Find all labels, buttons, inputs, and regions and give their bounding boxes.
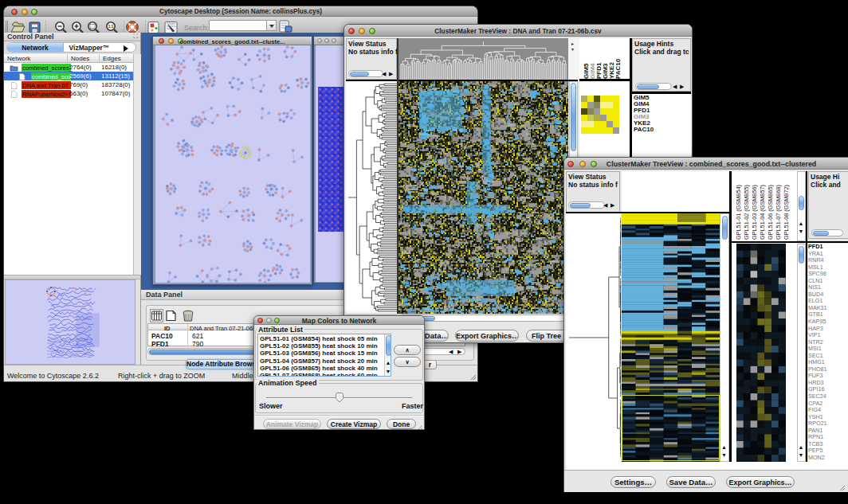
svg-text:GPL51-08 (GSM872): GPL51-08 (GSM872) [783,185,790,240]
svg-text:PAC10: PAC10 [614,58,622,79]
svg-text:Search:: Search: [184,24,209,32]
svg-text:1:1: 1:1 [108,25,114,29]
svg-text:GPL51-01 (GSM854): GPL51-01 (GSM854) [735,185,742,240]
svg-text:GPL51-03 (GSM856): GPL51-03 (GSM856) [751,185,758,240]
svg-text:GPL51-02 (GSM855): GPL51-02 (GSM855) [743,185,750,240]
svg-text:GPL51-07 (GSM868): GPL51-07 (GSM868) [775,185,782,240]
svg-text:GPL51-04 (GSM857): GPL51-04 (GSM857) [759,185,766,240]
svg-text:GPL51-06 (GSM865): GPL51-06 (GSM865) [767,185,774,240]
